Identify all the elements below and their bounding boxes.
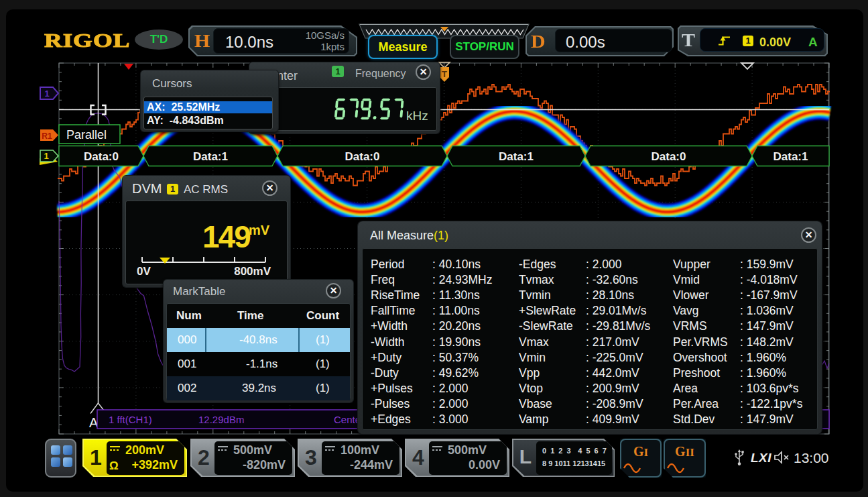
svg-text:1: 1 <box>44 89 49 99</box>
svg-text:Data:1: Data:1 <box>499 150 534 163</box>
svg-text:Data:0: Data:0 <box>345 150 380 163</box>
svg-text:Parallel: Parallel <box>66 128 107 142</box>
svg-text:12.29dBm: 12.29dBm <box>198 414 244 425</box>
svg-text:Data:1: Data:1 <box>773 150 808 163</box>
svg-text:Data:0: Data:0 <box>652 150 686 163</box>
svg-text:Data:1: Data:1 <box>193 150 228 163</box>
svg-text:Data:0: Data:0 <box>84 150 119 163</box>
svg-text:1 fft(CH1): 1 fft(CH1) <box>109 414 152 425</box>
svg-text:R1: R1 <box>42 131 52 141</box>
svg-text:T: T <box>442 69 447 79</box>
svg-text:1: 1 <box>44 151 48 161</box>
